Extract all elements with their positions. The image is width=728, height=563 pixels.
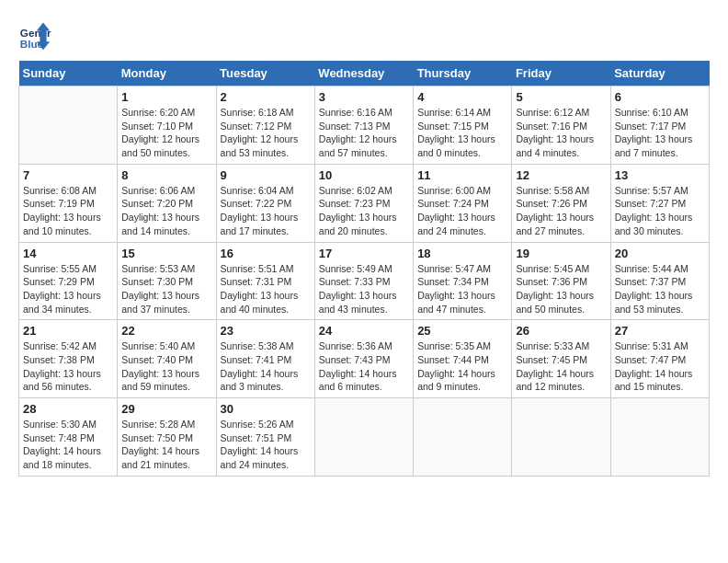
calendar-day-cell: 28 Sunrise: 5:30 AM Sunset: 7:48 PM Dayl… — [19, 398, 118, 477]
day-number: 18 — [417, 247, 507, 260]
sunset-text: Sunset: 7:20 PM — [121, 198, 193, 209]
sunset-text: Sunset: 7:41 PM — [221, 354, 292, 365]
day-header-sunday: Sunday — [19, 61, 118, 86]
sunrise-text: Sunrise: 5:47 AM — [417, 263, 491, 274]
day-info: Sunrise: 5:55 AM Sunset: 7:29 PM Dayligh… — [23, 262, 113, 316]
daylight-text: Daylight: 13 hours and 10 minutes. — [23, 212, 101, 236]
sunrise-text: Sunrise: 5:31 AM — [615, 340, 688, 351]
daylight-text: Daylight: 12 hours and 57 minutes. — [319, 133, 397, 158]
calendar-week-2: 14 Sunrise: 5:55 AM Sunset: 7:29 PM Dayl… — [19, 242, 710, 320]
calendar-week-1: 7 Sunrise: 6:08 AM Sunset: 7:19 PM Dayli… — [19, 164, 710, 242]
day-number: 8 — [121, 168, 211, 182]
sunset-text: Sunset: 7:29 PM — [23, 276, 95, 287]
day-header-saturday: Saturday — [610, 61, 709, 86]
sunset-text: Sunset: 7:24 PM — [417, 198, 489, 209]
day-number: 20 — [615, 247, 705, 260]
sunrise-text: Sunrise: 6:16 AM — [319, 107, 392, 118]
day-info: Sunrise: 5:49 AM Sunset: 7:33 PM Dayligh… — [319, 262, 409, 316]
day-info: Sunrise: 5:45 AM Sunset: 7:36 PM Dayligh… — [516, 262, 606, 316]
daylight-text: Daylight: 13 hours and 43 minutes. — [319, 290, 397, 315]
day-info: Sunrise: 6:02 AM Sunset: 7:23 PM Dayligh… — [319, 184, 409, 238]
day-info: Sunrise: 5:30 AM Sunset: 7:48 PM Dayligh… — [23, 418, 113, 472]
day-number: 23 — [221, 324, 311, 338]
daylight-text: Daylight: 14 hours and 9 minutes. — [417, 368, 495, 393]
logo: General Blue — [18, 18, 55, 52]
daylight-text: Daylight: 13 hours and 40 minutes. — [221, 290, 299, 315]
calendar-day-cell: 16 Sunrise: 5:51 AM Sunset: 7:31 PM Dayl… — [216, 242, 314, 320]
day-number: 9 — [221, 168, 311, 182]
sunset-text: Sunset: 7:44 PM — [417, 354, 489, 365]
daylight-text: Daylight: 13 hours and 59 minutes. — [121, 368, 199, 393]
sunset-text: Sunset: 7:33 PM — [319, 276, 391, 287]
daylight-text: Daylight: 13 hours and 37 minutes. — [121, 290, 199, 315]
calendar-week-0: 1 Sunrise: 6:20 AM Sunset: 7:10 PM Dayli… — [19, 86, 710, 165]
sunset-text: Sunset: 7:45 PM — [516, 354, 587, 365]
day-number: 5 — [516, 90, 606, 104]
daylight-text: Daylight: 13 hours and 7 minutes. — [615, 133, 693, 158]
day-number: 13 — [615, 168, 705, 182]
day-info: Sunrise: 5:47 AM Sunset: 7:34 PM Dayligh… — [417, 262, 507, 316]
daylight-text: Daylight: 13 hours and 47 minutes. — [417, 290, 495, 315]
calendar-day-cell: 27 Sunrise: 5:31 AM Sunset: 7:47 PM Dayl… — [610, 320, 709, 398]
calendar-header-row: SundayMondayTuesdayWednesdayThursdayFrid… — [19, 61, 710, 86]
calendar-day-cell: 29 Sunrise: 5:28 AM Sunset: 7:50 PM Dayl… — [118, 398, 216, 477]
sunrise-text: Sunrise: 6:08 AM — [23, 185, 97, 196]
day-info: Sunrise: 6:12 AM Sunset: 7:16 PM Dayligh… — [516, 106, 606, 160]
sunset-text: Sunset: 7:40 PM — [121, 354, 193, 365]
sunrise-text: Sunrise: 6:06 AM — [121, 185, 195, 196]
sunset-text: Sunset: 7:43 PM — [319, 354, 391, 365]
day-number: 12 — [516, 168, 606, 182]
daylight-text: Daylight: 14 hours and 3 minutes. — [221, 368, 299, 393]
calendar-day-cell: 19 Sunrise: 5:45 AM Sunset: 7:36 PM Dayl… — [512, 242, 610, 320]
daylight-text: Daylight: 13 hours and 4 minutes. — [516, 133, 594, 158]
daylight-text: Daylight: 13 hours and 14 minutes. — [121, 212, 199, 236]
sunrise-text: Sunrise: 6:00 AM — [417, 185, 491, 196]
day-info: Sunrise: 6:08 AM Sunset: 7:19 PM Dayligh… — [23, 184, 113, 238]
calendar-day-cell: 5 Sunrise: 6:12 AM Sunset: 7:16 PM Dayli… — [512, 86, 610, 165]
sunset-text: Sunset: 7:27 PM — [615, 198, 687, 209]
day-info: Sunrise: 6:14 AM Sunset: 7:15 PM Dayligh… — [417, 106, 507, 160]
day-header-wednesday: Wednesday — [314, 61, 413, 86]
day-number: 17 — [319, 247, 409, 260]
calendar-day-cell: 18 Sunrise: 5:47 AM Sunset: 7:34 PM Dayl… — [414, 242, 512, 320]
daylight-text: Daylight: 13 hours and 24 minutes. — [417, 212, 495, 236]
calendar-day-cell: 11 Sunrise: 6:00 AM Sunset: 7:24 PM Dayl… — [414, 164, 512, 242]
logo-icon: General Blue — [18, 18, 51, 52]
sunrise-text: Sunrise: 6:02 AM — [319, 185, 392, 196]
daylight-text: Daylight: 13 hours and 17 minutes. — [221, 212, 299, 236]
sunrise-text: Sunrise: 5:35 AM — [417, 340, 491, 351]
day-header-friday: Friday — [512, 61, 610, 86]
sunrise-text: Sunrise: 5:44 AM — [615, 263, 688, 274]
day-number: 2 — [221, 90, 311, 104]
day-number: 19 — [516, 247, 606, 260]
sunset-text: Sunset: 7:23 PM — [319, 198, 391, 209]
sunset-text: Sunset: 7:17 PM — [615, 121, 687, 132]
sunset-text: Sunset: 7:13 PM — [319, 121, 391, 132]
sunset-text: Sunset: 7:36 PM — [516, 276, 587, 287]
calendar-day-cell: 14 Sunrise: 5:55 AM Sunset: 7:29 PM Dayl… — [19, 242, 118, 320]
sunrise-text: Sunrise: 5:58 AM — [516, 185, 589, 196]
day-info: Sunrise: 5:44 AM Sunset: 7:37 PM Dayligh… — [615, 262, 705, 316]
daylight-text: Daylight: 13 hours and 53 minutes. — [615, 290, 693, 315]
calendar-table: SundayMondayTuesdayWednesdayThursdayFrid… — [18, 61, 710, 477]
day-number: 21 — [23, 324, 113, 338]
sunrise-text: Sunrise: 6:04 AM — [221, 185, 294, 196]
calendar-day-cell: 13 Sunrise: 5:57 AM Sunset: 7:27 PM Dayl… — [610, 164, 709, 242]
calendar-day-cell: 25 Sunrise: 5:35 AM Sunset: 7:44 PM Dayl… — [414, 320, 512, 398]
sunset-text: Sunset: 7:34 PM — [417, 276, 489, 287]
day-number: 28 — [23, 402, 113, 416]
sunset-text: Sunset: 7:48 PM — [23, 432, 95, 443]
day-info: Sunrise: 5:31 AM Sunset: 7:47 PM Dayligh… — [615, 339, 705, 394]
day-info: Sunrise: 5:51 AM Sunset: 7:31 PM Dayligh… — [221, 262, 311, 316]
calendar-day-cell: 9 Sunrise: 6:04 AM Sunset: 7:22 PM Dayli… — [216, 164, 314, 242]
sunset-text: Sunset: 7:12 PM — [221, 121, 292, 132]
daylight-text: Daylight: 13 hours and 27 minutes. — [516, 212, 594, 236]
sunrise-text: Sunrise: 6:18 AM — [221, 107, 294, 118]
day-header-monday: Monday — [118, 61, 216, 86]
calendar-day-cell: 1 Sunrise: 6:20 AM Sunset: 7:10 PM Dayli… — [118, 86, 216, 165]
day-number: 29 — [121, 402, 211, 416]
day-info: Sunrise: 5:26 AM Sunset: 7:51 PM Dayligh… — [221, 418, 311, 472]
daylight-text: Daylight: 13 hours and 20 minutes. — [319, 212, 397, 236]
sunrise-text: Sunrise: 5:38 AM — [221, 340, 294, 351]
day-info: Sunrise: 5:38 AM Sunset: 7:41 PM Dayligh… — [221, 339, 311, 394]
